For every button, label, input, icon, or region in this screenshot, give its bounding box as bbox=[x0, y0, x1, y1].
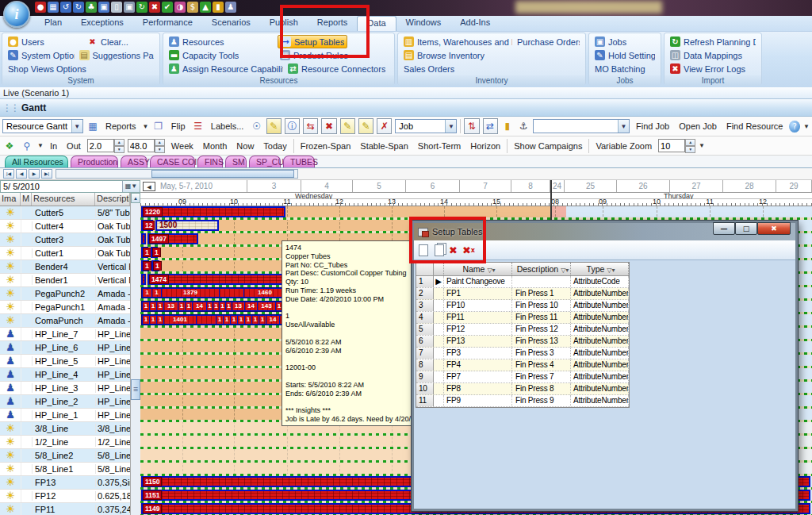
week-button[interactable]: Week bbox=[168, 141, 197, 151]
suggestions-pane-button[interactable]: ▤Suggestions Pane bbox=[77, 48, 156, 62]
database-icon[interactable]: ▮ bbox=[213, 2, 224, 13]
gantt-bar[interactable]: 1220 bbox=[141, 206, 285, 217]
new-doc-icon[interactable]: ▯ bbox=[111, 2, 122, 13]
view-tab-tubes[interactable]: TUBES bbox=[283, 156, 315, 167]
assign-resource-capabilities-button[interactable]: ♟Assign Resource Capabilities bbox=[167, 62, 285, 75]
horizontal-scrollbar[interactable] bbox=[56, 169, 298, 179]
find-resource-button[interactable]: Find Resource bbox=[723, 121, 787, 131]
setup-table-row-fp9[interactable]: 11FP9Fin Press 9AttributeNumber bbox=[416, 395, 629, 407]
gantt-bar-segment[interactable]: 13 bbox=[232, 302, 244, 310]
redo-icon[interactable]: ↻ bbox=[73, 2, 84, 13]
hide-connectors-button[interactable]: ✖ bbox=[321, 118, 336, 134]
day-cell-26[interactable]: 26 bbox=[617, 180, 670, 192]
users-button[interactable]: ●Users bbox=[6, 35, 85, 48]
gantt-bar-segment[interactable]: 1 bbox=[178, 302, 185, 310]
resource-row-5-8-line1[interactable]: ☀5/8_Line15/8_Line1 bbox=[0, 463, 130, 476]
ribbon-tab-exceptions[interactable]: Exceptions bbox=[71, 16, 133, 31]
gantt-bar[interactable]: 1 bbox=[151, 260, 159, 271]
resource-row-hp-line-7[interactable]: ♟HP_Line_7HP_Line_ bbox=[0, 328, 130, 341]
chevron-down-icon[interactable]: ▼ bbox=[143, 123, 149, 130]
resource-row-bender1[interactable]: ☀Bender1Vertical B bbox=[0, 274, 130, 287]
resource-row-5-8-line2[interactable]: ☀5/8_Line25/8_Line2 bbox=[0, 449, 130, 463]
chevron-down-icon[interactable]: ▾ bbox=[492, 267, 496, 274]
gantt-bar-segment[interactable]: 14 bbox=[245, 302, 257, 310]
record-icon[interactable]: ● bbox=[35, 2, 46, 13]
open-job-button[interactable]: Open Job bbox=[676, 121, 720, 131]
jobs-button[interactable]: ▣Jobs bbox=[592, 35, 629, 48]
error-icon[interactable]: ✖ bbox=[149, 2, 160, 13]
resource-row-hp-line-4[interactable]: ♟HP_Line_4HP_Line_ bbox=[0, 368, 130, 382]
maximize-button[interactable]: □ bbox=[735, 222, 757, 235]
ribbon-tab-scenarios[interactable]: Scenarios bbox=[202, 16, 260, 31]
column-header-name[interactable]: Name ▽▾ bbox=[444, 263, 512, 275]
lock-icon[interactable]: ▮ bbox=[501, 119, 514, 133]
chart-icon[interactable]: ◑ bbox=[174, 2, 186, 13]
vertical-scrollbar-thumb[interactable]: ☰ bbox=[131, 379, 140, 400]
zoom-out-stepper[interactable]: ▲▼ bbox=[128, 139, 165, 152]
resource-row-cutter1[interactable]: ☀Cutter1Oak Tube bbox=[0, 247, 130, 260]
day-cell-4[interactable]: 4 bbox=[301, 180, 353, 192]
report-icon[interactable]: ▦ bbox=[86, 119, 99, 133]
day-cell-6[interactable]: 6 bbox=[406, 180, 460, 192]
horizon-button[interactable]: Horizon bbox=[467, 141, 504, 151]
day-cell-25[interactable]: 25 bbox=[565, 180, 617, 192]
resource-row-cutter5[interactable]: ☀Cutter55/8" Tube bbox=[0, 206, 130, 220]
tooltip-toggle-button[interactable]: ✎ bbox=[266, 118, 282, 134]
zoom-out-value-input[interactable] bbox=[128, 139, 155, 152]
setup-table-row-paint-changeove[interactable]: 1▶Paint ChangeoveAttributeCode bbox=[416, 276, 629, 288]
setup-table-row-fp13[interactable]: 6FP13Fin Press 13AttributeNumber bbox=[416, 336, 629, 348]
stepper-down-icon[interactable]: ▼ bbox=[155, 146, 165, 153]
column-header-description[interactable]: Description ▽▾ bbox=[512, 263, 571, 275]
users-icon[interactable]: ♟ bbox=[225, 2, 236, 13]
resource-row-hp-line-5[interactable]: ♟HP_Line_5HP_Line_ bbox=[0, 355, 130, 368]
import-icon[interactable]: ▲ bbox=[200, 2, 211, 13]
magnifier-icon[interactable]: ⚲ bbox=[20, 139, 34, 153]
view-tab-assy[interactable]: ASSY bbox=[121, 156, 147, 167]
page-left-icon[interactable]: ◀ bbox=[143, 182, 155, 191]
day-cell-5[interactable]: 5 bbox=[353, 180, 406, 192]
day-cell-29[interactable]: 29 bbox=[776, 180, 812, 192]
scroll-up-icon[interactable]: ▲ bbox=[131, 193, 140, 203]
find-job-button[interactable]: Find Job bbox=[633, 121, 672, 131]
export-icon[interactable]: $ bbox=[187, 2, 198, 13]
gantt-bar-segment[interactable]: 13 bbox=[164, 302, 178, 310]
close-button[interactable]: ✖ bbox=[757, 222, 791, 235]
gantt-bar-segment[interactable]: 1 bbox=[252, 316, 259, 324]
job-filter-combo[interactable]: Job▼ bbox=[395, 119, 457, 133]
resources-button[interactable]: ♟Resources bbox=[167, 35, 278, 48]
day-cell-7[interactable]: 7 bbox=[460, 180, 511, 192]
column-header-resources[interactable]: Resources bbox=[32, 193, 95, 206]
short-term-button[interactable]: Short-Term bbox=[415, 141, 464, 151]
gantt-bar-segment[interactable]: 1 bbox=[207, 302, 213, 310]
resource-row-comapunch[interactable]: ☀ComaPunchAmada - C bbox=[0, 314, 130, 328]
help-icon[interactable]: ? bbox=[789, 121, 800, 133]
browse-inventory-button[interactable]: ▤Browse Inventory bbox=[401, 48, 487, 62]
collapse-network-icon[interactable]: ⇅ bbox=[464, 118, 479, 134]
gantt-bar[interactable]: 1 bbox=[141, 260, 149, 271]
next-record-button[interactable]: ▶ bbox=[29, 169, 40, 179]
gantt-bar-segment[interactable]: 1 bbox=[231, 316, 237, 324]
flip-icon[interactable]: ❐ bbox=[151, 119, 164, 133]
copy-doc-icon[interactable]: ▣ bbox=[124, 2, 135, 13]
ok-icon[interactable]: ✔ bbox=[162, 2, 173, 13]
gantt-bar-segment[interactable]: 1 bbox=[186, 302, 192, 310]
first-record-button[interactable]: |◀ bbox=[3, 169, 14, 179]
gantt-bar[interactable] bbox=[141, 233, 146, 244]
resource-row-fp12[interactable]: ☀FP120.625,18 r bbox=[0, 490, 130, 503]
now-button[interactable]: Now bbox=[233, 141, 257, 151]
gantt-bar[interactable] bbox=[141, 274, 146, 285]
ribbon-tab-add-ins[interactable]: Add-Ins bbox=[450, 16, 500, 31]
gantt-bar-segment[interactable]: 1 bbox=[143, 316, 149, 324]
anchor-icon[interactable]: ⚓ bbox=[517, 119, 530, 133]
gantt-bar-segment[interactable]: 1 bbox=[226, 302, 232, 310]
last-record-button[interactable]: ▶| bbox=[41, 169, 52, 179]
clear-highlight-button[interactable]: ✗ bbox=[377, 118, 392, 134]
resource-row-fp13[interactable]: ☀FP130.375,Sine bbox=[0, 476, 130, 490]
gantt-bar-segment[interactable]: 14 bbox=[266, 316, 279, 324]
today-button[interactable]: Today bbox=[260, 141, 289, 151]
sales-orders-button[interactable]: Sales Orders bbox=[401, 62, 457, 75]
gantt-bar[interactable]: 12 bbox=[141, 220, 153, 231]
stepper-up-icon[interactable]: ▲ bbox=[155, 139, 165, 146]
ribbon-tab-plan[interactable]: Plan bbox=[35, 16, 71, 31]
ribbon-tab-windows[interactable]: Windows bbox=[396, 16, 451, 31]
